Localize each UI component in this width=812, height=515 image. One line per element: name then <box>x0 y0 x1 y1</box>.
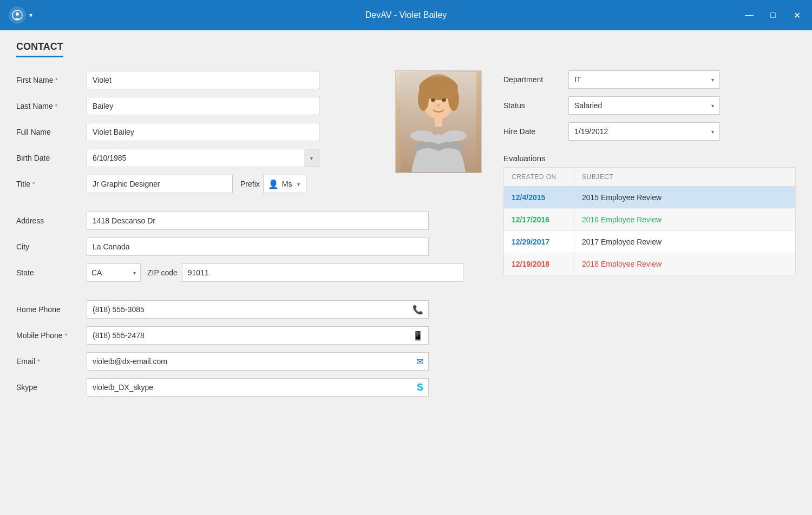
skype-input[interactable] <box>87 378 429 397</box>
required-star2: * <box>55 103 58 110</box>
eval-subject: 2017 Employee Review <box>574 231 796 253</box>
top-form-section: First Name * Last Name * <box>16 70 482 200</box>
email-wrapper: ✉ <box>87 352 429 371</box>
first-name-input[interactable] <box>87 71 319 89</box>
home-phone-row: Home Phone 📞 <box>16 300 482 319</box>
email-icon: ✉ <box>416 356 423 367</box>
city-input[interactable] <box>87 237 429 256</box>
title-row: Title * Prefix 👤 Ms ▾ <box>16 174 384 194</box>
zip-input[interactable] <box>182 263 463 282</box>
svg-point-9 <box>442 98 446 102</box>
eval-row[interactable]: 12/4/20152015 Employee Review <box>504 187 796 209</box>
email-label: Email * <box>16 357 87 366</box>
status-arrow: ▾ <box>711 103 714 109</box>
eval-row[interactable]: 12/19/20182018 Employee Review <box>504 253 796 275</box>
hire-date-row: Hire Date 1/19/2012 ▾ <box>503 122 796 141</box>
status-label: Status <box>503 101 568 110</box>
status-value: Salaried <box>574 101 709 110</box>
required-star: * <box>55 77 58 84</box>
hire-date-arrow: ▾ <box>711 129 714 135</box>
last-name-input[interactable] <box>87 97 319 115</box>
mobile-phone-input[interactable] <box>87 326 429 345</box>
skype-wrapper: S <box>87 378 429 397</box>
first-name-row: First Name * <box>16 70 384 90</box>
mobile-phone-wrapper: 📱 <box>87 326 429 345</box>
eval-row[interactable]: 12/17/20162016 Employee Review <box>504 209 796 231</box>
svg-point-8 <box>431 98 435 102</box>
birth-date-input[interactable] <box>87 149 319 167</box>
hire-date-value: 1/19/2012 <box>574 127 709 136</box>
full-name-input[interactable] <box>87 123 319 141</box>
home-phone-input[interactable] <box>87 300 429 319</box>
photo-area <box>395 70 482 173</box>
profile-photo-svg <box>401 72 476 172</box>
dept-value: IT <box>574 75 709 84</box>
birth-date-row: Birth Date ▾ <box>16 148 384 168</box>
eval-date: 12/17/2016 <box>504 209 574 231</box>
svg-point-11 <box>410 130 434 141</box>
content-layout: First Name * Last Name * <box>16 70 796 404</box>
app-logo[interactable] <box>9 6 26 24</box>
mobile-phone-label: Mobile Phone * <box>16 331 87 340</box>
state-value: CA <box>91 268 131 277</box>
prefix-dropdown-arrow: ▾ <box>297 181 300 187</box>
dept-select[interactable]: IT ▾ <box>568 70 720 89</box>
title-label: Title * <box>16 180 87 188</box>
skype-icon: S <box>417 382 423 393</box>
section-title: CONTACT <box>16 41 63 57</box>
skype-label: Skype <box>16 383 87 392</box>
state-select[interactable]: CA ▾ <box>87 263 141 282</box>
evaluations-table: CREATED ON SUBJECT 12/4/20152015 Employe… <box>503 167 796 275</box>
photo-placeholder <box>396 70 481 173</box>
eval-subject: 2015 Employee Review <box>574 187 796 209</box>
eval-date: 12/4/2015 <box>504 187 574 209</box>
minimize-button[interactable]: — <box>743 9 756 22</box>
home-phone-wrapper: 📞 <box>87 300 429 319</box>
svg-rect-10 <box>435 117 442 127</box>
prefix-label: Prefix <box>240 180 260 188</box>
evaluations-title: Evaluations <box>503 154 796 163</box>
address-row: Address <box>16 211 482 230</box>
close-button[interactable]: ✕ <box>790 9 803 22</box>
last-name-row: Last Name * <box>16 96 384 116</box>
app-dropdown[interactable]: ▾ <box>29 11 32 19</box>
status-select[interactable]: Salaried ▾ <box>568 96 720 115</box>
home-phone-label: Home Phone <box>16 305 87 314</box>
mobile-icon: 📱 <box>412 331 423 341</box>
state-label: State <box>16 268 87 277</box>
state-zip-wrapper: CA ▾ ZIP code <box>87 263 463 282</box>
svg-point-6 <box>418 87 429 111</box>
birth-date-dropdown-btn[interactable]: ▾ <box>304 149 319 167</box>
top-form-fields: First Name * Last Name * <box>16 70 384 200</box>
maximize-button[interactable]: □ <box>767 9 780 22</box>
address-input[interactable] <box>87 212 429 230</box>
hire-date-select[interactable]: 1/19/2012 ▾ <box>568 122 720 141</box>
zip-label: ZIP code <box>147 268 178 277</box>
skype-row: Skype S <box>16 378 482 397</box>
person-icon: 👤 <box>268 179 279 189</box>
birth-date-wrapper: ▾ <box>87 149 319 167</box>
prefix-value: Ms <box>282 180 292 188</box>
phone-icon: 📞 <box>412 305 423 315</box>
first-name-label: First Name * <box>16 76 87 84</box>
email-input[interactable] <box>87 352 429 371</box>
svg-point-12 <box>443 130 467 141</box>
svg-point-1 <box>16 12 19 16</box>
prefix-select[interactable]: 👤 Ms ▾ <box>263 175 306 193</box>
eval-row[interactable]: 12/29/20172017 Employee Review <box>504 231 796 253</box>
hire-date-label: Hire Date <box>503 127 568 136</box>
col-subject: SUBJECT <box>574 168 796 187</box>
window-controls: — □ ✕ <box>743 9 803 22</box>
required-star3: * <box>32 181 35 188</box>
mobile-phone-row: Mobile Phone * 📱 <box>16 326 482 345</box>
dept-row: Department IT ▾ <box>503 70 796 89</box>
svg-point-7 <box>448 87 459 111</box>
window-title: DevAV - Violet Bailey <box>365 10 447 20</box>
eval-table-header: CREATED ON SUBJECT <box>504 168 796 187</box>
title-input[interactable] <box>87 175 233 193</box>
city-label: City <box>16 242 87 251</box>
city-row: City <box>16 237 482 256</box>
email-row: Email * ✉ <box>16 352 482 371</box>
dept-label: Department <box>503 75 568 84</box>
col-created-on: CREATED ON <box>504 168 574 187</box>
